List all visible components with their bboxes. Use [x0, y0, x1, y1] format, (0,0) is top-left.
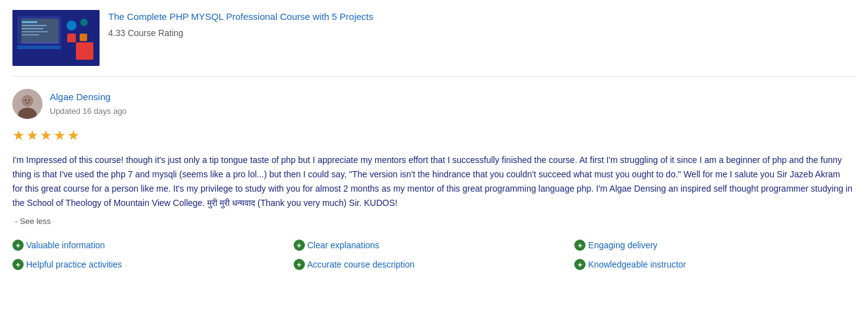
- tag-label-engaging-delivery: Engaging delivery: [588, 239, 657, 252]
- reviewer-info: Algae Densing Updated 16 days ago: [12, 89, 856, 119]
- tag-knowledgeable-instructor[interactable]: +Knowledgeable instructor: [574, 258, 856, 271]
- thumbnail-image: [12, 10, 100, 66]
- svg-rect-4: [22, 25, 47, 26]
- svg-rect-3: [22, 21, 37, 23]
- star-3: ★: [40, 125, 52, 146]
- tag-label-accurate-description: Accurate course description: [307, 258, 415, 271]
- tag-icon-helpful-practice: +: [12, 259, 24, 270]
- avatar-image: [12, 89, 42, 119]
- tag-valuable-information[interactable]: +Valuable information: [12, 239, 294, 252]
- course-thumbnail: [12, 10, 100, 66]
- course-header: The Complete PHP MYSQL Professional Cour…: [12, 10, 856, 77]
- tag-clear-explanations[interactable]: +Clear explanations: [294, 239, 575, 252]
- course-rating-text: 4.33 Course Rating: [108, 28, 184, 38]
- tag-icon-clear-explanations: +: [294, 240, 305, 251]
- review-section: Algae Densing Updated 16 days ago ★ ★ ★ …: [12, 89, 856, 284]
- svg-rect-11: [80, 34, 87, 41]
- svg-point-17: [25, 100, 26, 101]
- tag-icon-valuable-information: +: [12, 240, 24, 251]
- svg-rect-2: [20, 19, 58, 42]
- svg-rect-9: [67, 34, 76, 42]
- svg-point-10: [80, 19, 88, 26]
- tag-icon-engaging-delivery: +: [574, 240, 586, 251]
- tag-label-clear-explanations: Clear explanations: [307, 239, 380, 252]
- course-title-link[interactable]: The Complete PHP MYSQL Professional Cour…: [108, 10, 373, 24]
- svg-rect-7: [22, 34, 39, 35]
- star-5: ★: [67, 125, 80, 146]
- star-rating: ★ ★ ★ ★ ★: [12, 125, 856, 146]
- review-text: I'm Impressed of this course! though it'…: [12, 153, 852, 210]
- tag-label-valuable-information: Valuable information: [26, 239, 105, 252]
- tag-accurate-description[interactable]: +Accurate course description: [294, 258, 575, 271]
- svg-rect-1: [17, 16, 61, 44]
- tags-grid: +Valuable information+Clear explanations…: [12, 239, 856, 271]
- tag-label-helpful-practice: Helpful practice activities: [26, 258, 122, 271]
- star-2: ★: [26, 125, 39, 146]
- svg-point-16: [22, 96, 32, 106]
- reviewer-name[interactable]: Algae Densing: [50, 90, 127, 105]
- see-less-toggle[interactable]: - See less: [12, 215, 856, 228]
- tag-icon-knowledgeable-instructor: +: [574, 259, 586, 270]
- tag-helpful-practice[interactable]: +Helpful practice activities: [12, 258, 294, 271]
- star-4: ★: [54, 125, 66, 146]
- tag-label-knowledgeable-instructor: Knowledgeable instructor: [588, 258, 686, 271]
- star-1: ★: [12, 125, 25, 146]
- svg-rect-6: [22, 31, 48, 32]
- course-info: The Complete PHP MYSQL Professional Cour…: [108, 10, 373, 40]
- see-less-label[interactable]: - See less: [15, 217, 51, 226]
- avatar: [12, 89, 42, 119]
- reviewer-updated: Updated 16 days ago: [50, 106, 127, 116]
- svg-rect-5: [22, 28, 44, 29]
- svg-point-8: [67, 21, 77, 30]
- svg-rect-12: [17, 45, 61, 49]
- tag-engaging-delivery[interactable]: +Engaging delivery: [574, 239, 856, 252]
- tag-icon-accurate-description: +: [294, 259, 305, 270]
- svg-point-18: [29, 100, 30, 101]
- page-container: The Complete PHP MYSQL Professional Cour…: [0, 0, 868, 294]
- reviewer-details: Algae Densing Updated 16 days ago: [50, 90, 127, 118]
